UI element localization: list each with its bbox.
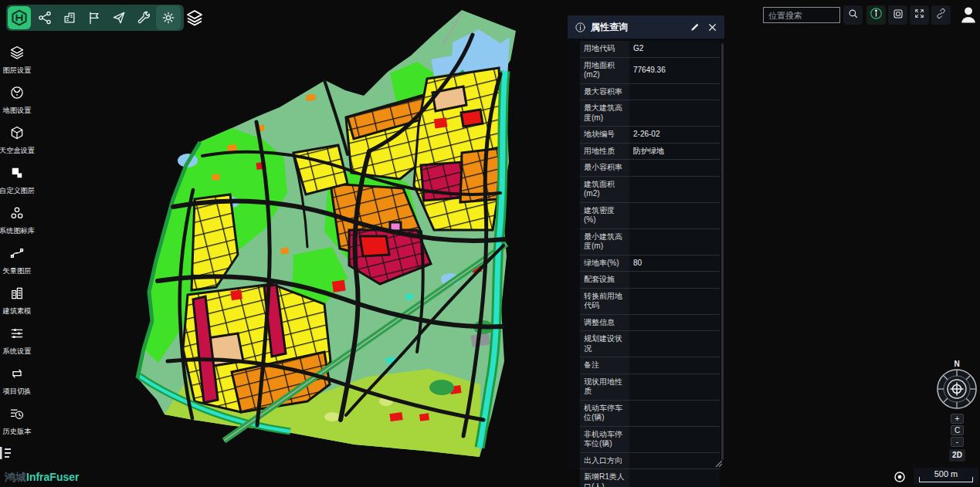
- row-value: [629, 84, 720, 100]
- scale-ticks: [919, 477, 973, 482]
- row-value: [629, 289, 720, 314]
- attribute-panel-header[interactable]: 属性查询: [568, 15, 724, 39]
- resize-grip-icon[interactable]: [714, 459, 722, 467]
- info-icon: [870, 7, 883, 23]
- table-row[interactable]: 配套设施: [580, 272, 720, 289]
- sidebar-item-custom-layer[interactable]: 自定义图层: [0, 164, 34, 198]
- sidebar-item-map-settings[interactable]: 地图设置: [0, 83, 34, 117]
- row-value: [629, 100, 720, 126]
- table-row[interactable]: 地块编号2-26-02: [580, 127, 720, 144]
- skybox-icon: [9, 125, 25, 144]
- landuse-map[interactable]: [0, 0, 980, 487]
- location-search-input[interactable]: [763, 7, 840, 23]
- share-button[interactable]: [32, 5, 57, 30]
- layers-icon: [9, 45, 25, 63]
- fullscreen-button[interactable]: [910, 5, 929, 25]
- sidebar-item-history-versions[interactable]: 历史版本: [0, 404, 34, 438]
- sidebar-item-layer-settings[interactable]: 图层设置: [0, 43, 34, 77]
- zoom-in-button[interactable]: +: [951, 414, 964, 424]
- table-row[interactable]: 建筑面积(m2): [580, 177, 720, 203]
- sidebar-item-project-switch[interactable]: 项目切换: [0, 364, 34, 398]
- info-circle-icon: [574, 21, 586, 33]
- sidebar-item-label: 建筑素模: [3, 306, 32, 316]
- table-row[interactable]: 最小容积率: [580, 160, 720, 177]
- compass-dial[interactable]: [936, 368, 978, 410]
- row-label: 最大建筑高度(m): [580, 100, 629, 126]
- row-value: 防护绿地: [629, 144, 720, 160]
- table-row[interactable]: 规划建设状况: [580, 331, 720, 357]
- sidebar-item-label: 地图设置: [3, 106, 32, 116]
- panel-scrollbar[interactable]: [721, 43, 724, 460]
- row-value: [629, 357, 720, 374]
- attribute-panel: 属性查询 用地代码G2用地面积(m2)77649.36最大容积率最大建筑高度(m…: [568, 15, 724, 469]
- link-icon: [935, 8, 947, 22]
- sidebar-item-icon-library[interactable]: 系统图标库: [0, 204, 34, 238]
- sidebar-item-skybox-settings[interactable]: 天空盒设置: [0, 123, 34, 157]
- table-row[interactable]: 最大建筑高度(m): [580, 100, 720, 127]
- basemap-icon: [892, 8, 904, 23]
- wrench-button[interactable]: [131, 5, 156, 30]
- sidebar-item-system-settings[interactable]: 系统设置: [0, 324, 34, 358]
- send-button[interactable]: [107, 5, 131, 30]
- sidebar-item-label: 项目切换: [3, 387, 32, 397]
- table-row[interactable]: 用地代码G2: [580, 41, 720, 58]
- row-label: 备注: [580, 357, 629, 374]
- table-row[interactable]: 机动车停车位(辆): [580, 401, 720, 427]
- brand-cn: 鸿城: [5, 471, 26, 483]
- edit-pencil-icon[interactable]: [689, 21, 701, 33]
- legend-toggle-button[interactable]: [0, 446, 12, 460]
- table-row[interactable]: 绿地率(%)80: [580, 255, 720, 272]
- settings-button[interactable]: [156, 5, 181, 30]
- basemap-button[interactable]: [888, 5, 907, 25]
- row-value: [629, 203, 720, 228]
- sidebar-item-label: 历史版本: [3, 427, 32, 437]
- row-value: 77649.36: [629, 58, 720, 83]
- icon-library-icon: [9, 205, 25, 224]
- row-label: 最小容积率: [580, 160, 629, 176]
- table-row[interactable]: 最小建筑高度(m): [580, 229, 720, 255]
- table-row[interactable]: 调整信息: [580, 315, 720, 332]
- table-row[interactable]: 用地性质防护绿地: [580, 144, 720, 161]
- locate-target-icon[interactable]: [893, 470, 907, 484]
- sidebar-item-label: 自定义图层: [0, 186, 35, 196]
- row-label: 用地面积(m2): [580, 58, 629, 83]
- sidebar-item-vector-layer[interactable]: 矢量图层: [0, 244, 34, 278]
- table-row[interactable]: 新增R1类人口(人): [580, 469, 720, 487]
- table-row[interactable]: 备注: [580, 357, 720, 374]
- flag-button[interactable]: [82, 5, 107, 30]
- mode-2d-button[interactable]: 2D: [949, 449, 965, 462]
- user-icon: [958, 15, 979, 28]
- table-row[interactable]: 现状用地性质: [580, 374, 720, 401]
- row-label: 调整信息: [580, 315, 629, 331]
- table-row[interactable]: 最大容积率: [580, 84, 720, 101]
- table-row[interactable]: 转换前用地代码: [580, 289, 720, 315]
- row-label: 现状用地性质: [580, 374, 629, 400]
- row-value: [629, 453, 720, 469]
- table-row[interactable]: 用地面积(m2)77649.36: [580, 58, 720, 84]
- layers-quick-button[interactable]: [182, 5, 207, 30]
- close-icon[interactable]: [706, 21, 718, 33]
- table-row[interactable]: 非机动车停车位(辆): [580, 427, 720, 453]
- history-icon: [9, 406, 25, 424]
- sidebar-item-label: 系统设置: [3, 347, 32, 357]
- planning-measure-button[interactable]: [57, 5, 82, 30]
- table-row[interactable]: 建筑密度(%): [580, 203, 720, 229]
- row-label: 新增R1类人口(人): [580, 469, 629, 487]
- row-label: 转换前用地代码: [580, 289, 629, 314]
- row-value: [629, 160, 720, 176]
- table-row[interactable]: 出入口方向: [580, 453, 720, 470]
- row-label: 非机动车停车位(辆): [580, 427, 629, 452]
- info-toggle-button[interactable]: [866, 5, 886, 25]
- row-label: 出入口方向: [580, 453, 629, 469]
- sidebar-item-building-models[interactable]: 建筑素模: [0, 284, 34, 318]
- share-link-button[interactable]: [931, 5, 951, 25]
- user-avatar[interactable]: [958, 4, 979, 25]
- row-label: 用地性质: [580, 144, 629, 160]
- scale-bar: 500 m: [914, 468, 978, 485]
- app-logo[interactable]: [8, 6, 31, 29]
- row-value: 2-26-02: [629, 127, 720, 143]
- zoom-out-button[interactable]: -: [951, 437, 964, 447]
- reset-view-button[interactable]: C: [951, 425, 964, 435]
- project-switch-icon: [9, 366, 25, 384]
- search-submit-button[interactable]: [843, 5, 863, 25]
